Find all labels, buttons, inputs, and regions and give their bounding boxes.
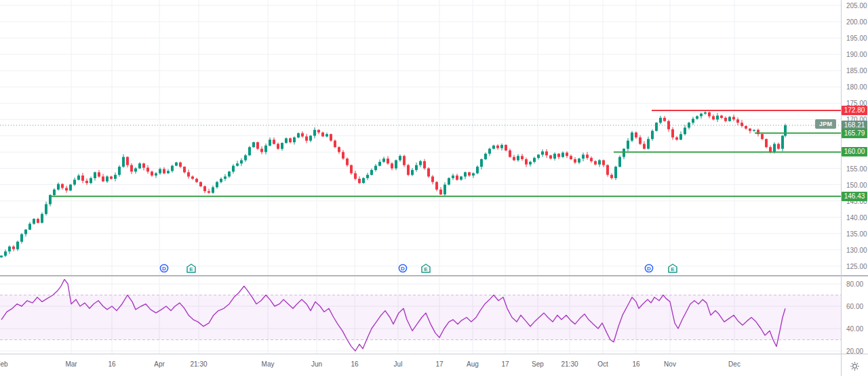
price-tick: 185.00 (846, 67, 867, 75)
gear-glyph (850, 361, 860, 371)
chart-canvas[interactable] (0, 0, 868, 376)
time-tick-Oct: Oct (597, 360, 608, 368)
price-tick: 200.00 (846, 18, 867, 26)
price-label-146.43: 146.43 (842, 192, 867, 201)
price-tick: 205.00 (846, 2, 867, 9)
time-tick-Dec: Dec (728, 360, 741, 368)
time-tick-21:30: 21:30 (561, 360, 578, 368)
time-tick-21:30: 21:30 (190, 360, 207, 368)
symbol-price-badge: JPM (815, 119, 836, 129)
time-tick-16: 16 (632, 360, 639, 368)
price-tick: 195.00 (846, 35, 867, 42)
price-tick: 180.00 (846, 83, 867, 91)
svg-text:D: D (401, 266, 405, 272)
price-label-165.79: 165.79 (842, 129, 867, 138)
price-label-172.80: 172.80 (842, 106, 867, 115)
axis-settings-gear-icon[interactable] (848, 359, 861, 373)
time-tick-17: 17 (501, 360, 509, 368)
time-tick-17: 17 (435, 360, 443, 368)
price-tick: 190.00 (846, 51, 867, 58)
time-tick-Nov: Nov (664, 360, 676, 368)
price-tick: 140.00 (846, 213, 867, 221)
rsi-tick: 60.00 (846, 303, 863, 310)
earnings-badge[interactable]: E (668, 264, 677, 273)
time-axis[interactable]: FebMar16Apr21:30MayJun16Jul17Aug17Sep21:… (0, 354, 841, 376)
svg-text:E: E (671, 266, 675, 272)
dividend-badge[interactable]: D (398, 264, 408, 273)
price-tick: 135.00 (846, 230, 867, 237)
svg-text:D: D (647, 266, 651, 272)
svg-text:D: D (162, 266, 166, 272)
time-tick-Aug: Aug (467, 360, 479, 368)
dividend-badge[interactable]: D (159, 264, 169, 273)
time-tick-May: May (262, 360, 275, 368)
price-label-160.00: 160.00 (842, 147, 867, 156)
symbol-label: JPM (819, 121, 832, 127)
time-tick-16: 16 (351, 360, 358, 368)
price-tick: 150.00 (846, 181, 867, 188)
rsi-tick: 20.00 (846, 348, 863, 355)
time-tick-16: 16 (108, 360, 115, 368)
rsi-tick: 80.00 (846, 280, 863, 288)
rsi-tick: 40.00 (846, 325, 863, 333)
earnings-badge[interactable]: E (421, 264, 431, 273)
time-tick-Mar: Mar (65, 360, 77, 368)
time-tick-Jul: Jul (394, 360, 403, 368)
time-tick-Sep: Sep (532, 360, 544, 368)
time-tick-Apr: Apr (154, 360, 165, 368)
trading-chart: DEDEDE JPM 205.00200.00195.00190.00185.0… (0, 0, 868, 376)
dividend-badge[interactable]: D (644, 264, 654, 273)
price-tick: 155.00 (846, 165, 867, 172)
price-axis[interactable]: 205.00200.00195.00190.00185.00180.00175.… (842, 0, 868, 354)
time-tick-Jun: Jun (311, 360, 322, 368)
earnings-badge[interactable]: E (186, 264, 196, 273)
svg-text:E: E (424, 266, 428, 272)
rsi-band (0, 295, 841, 340)
time-tick-Feb: Feb (0, 360, 8, 368)
svg-text:E: E (189, 266, 193, 272)
price-tick: 130.00 (846, 246, 867, 253)
price-tick: 125.00 (846, 262, 867, 270)
